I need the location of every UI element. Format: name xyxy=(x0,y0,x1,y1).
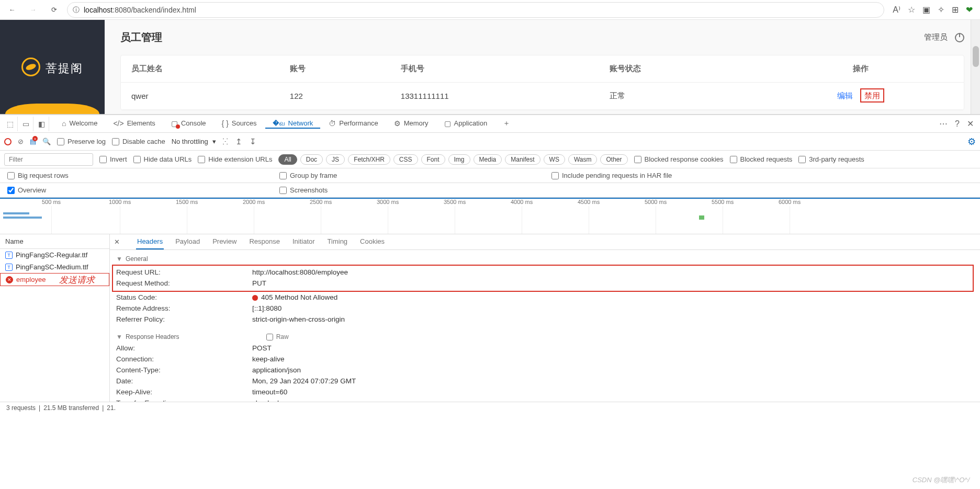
site-info-icon[interactable]: ⓘ xyxy=(73,5,80,15)
clear-icon[interactable]: ⊘ xyxy=(18,138,24,145)
third-party-checkbox[interactable]: 3rd-party requests xyxy=(798,155,864,163)
timeline-tick: 2000 ms xyxy=(243,199,265,205)
invert-checkbox[interactable]: Invert xyxy=(99,155,127,163)
inspect-icon[interactable]: ⬚ xyxy=(3,117,18,131)
detail-tab-timing[interactable]: Timing xyxy=(326,234,349,249)
screenshots-checkbox[interactable]: Screenshots xyxy=(279,186,551,194)
tab-elements[interactable]: </>Elements xyxy=(106,119,162,129)
network-conditions-icon[interactable]: ⵘ xyxy=(222,137,228,146)
tab-application[interactable]: ▢Application xyxy=(437,119,495,129)
browser-toolbar: ← → ⟳ ⓘ localhost:8080/backend/index.htm… xyxy=(0,0,980,20)
detail-tab-response[interactable]: Response xyxy=(248,234,281,249)
device-toggle-icon[interactable]: ▭ xyxy=(19,117,33,131)
tab-sources[interactable]: { }Sources xyxy=(215,119,264,129)
tab-console[interactable]: ▢Console xyxy=(164,119,213,129)
status-dot-icon xyxy=(252,295,258,301)
filter-all[interactable]: All xyxy=(278,154,297,165)
filter-toggle-icon[interactable]: ▤× xyxy=(30,138,36,145)
filter-wasm[interactable]: Wasm xyxy=(568,154,598,165)
app-area: 菩提阁 员工管理 管理员 员工姓名 账号 手机号 账号状态 操作 xyxy=(0,20,980,114)
filter-media[interactable]: Media xyxy=(474,154,502,165)
col-name: 员工姓名 xyxy=(121,55,279,83)
big-rows-checkbox[interactable]: Big request rows xyxy=(7,172,279,179)
logout-icon[interactable] xyxy=(955,33,964,42)
search-icon[interactable]: 🔍 xyxy=(42,138,51,145)
network-settings-icon[interactable]: ⚙ xyxy=(967,136,976,147)
dock-icon[interactable]: ◧ xyxy=(35,117,49,131)
blocked-cookies-checkbox[interactable]: Blocked response cookies xyxy=(634,155,724,163)
filter-manifest[interactable]: Manifest xyxy=(505,154,540,165)
highlight-box: Request URL:http://localhost:8080/employ… xyxy=(112,265,974,292)
filter-css[interactable]: CSS xyxy=(393,154,418,165)
filter-input[interactable] xyxy=(4,153,93,166)
network-status-bar: 3 requests | 21.5 MB transferred | 21. xyxy=(0,402,980,413)
preserve-log-checkbox[interactable]: Preserve log xyxy=(57,138,106,145)
col-account: 账号 xyxy=(279,55,390,83)
overview-checkbox[interactable]: Overview xyxy=(7,186,279,194)
cell-account: 122 xyxy=(279,83,390,110)
throttling-select[interactable]: No throttling▾ xyxy=(172,138,216,145)
more-icon[interactable]: ⋯ xyxy=(939,119,948,129)
filter-img[interactable]: Img xyxy=(448,154,470,165)
filter-ws[interactable]: WS xyxy=(544,154,565,165)
annotation-text: 发送请求 xyxy=(59,274,95,286)
request-detail: ✕ Headers Payload Preview Response Initi… xyxy=(110,234,980,402)
detail-tab-payload[interactable]: Payload xyxy=(174,234,201,249)
tab-performance[interactable]: ⏱Performance xyxy=(321,119,385,129)
read-aloud-icon[interactable]: A⁾ xyxy=(893,5,900,15)
request-list-header: Name xyxy=(0,234,109,249)
record-button[interactable] xyxy=(4,138,12,145)
hide-ext-urls-checkbox[interactable]: Hide extension URLs xyxy=(198,155,272,163)
cell-name: qwer xyxy=(121,83,279,110)
timeline-tick: 3500 ms xyxy=(444,199,466,205)
app-scrollbar[interactable] xyxy=(971,20,980,114)
address-bar[interactable]: ⓘ localhost:8080/backend/index.html xyxy=(67,2,884,18)
help-icon[interactable]: ? xyxy=(955,119,960,129)
close-detail-icon[interactable]: ✕ xyxy=(114,238,126,246)
tab-memory[interactable]: ⚙Memory xyxy=(387,119,436,129)
current-user-label: 管理员 xyxy=(924,32,948,42)
request-item[interactable]: TPingFangSC-Medium.ttf xyxy=(0,261,109,273)
col-ops: 操作 xyxy=(758,55,964,83)
include-har-checkbox[interactable]: Include pending requests in HAR file xyxy=(551,172,824,179)
edit-button[interactable]: 编辑 xyxy=(837,91,853,100)
hide-data-urls-checkbox[interactable]: Hide data URLs xyxy=(133,155,192,163)
table-row: qwer 122 13311111111 正常 编辑 禁用 xyxy=(121,83,964,110)
favorite-icon[interactable]: ☆ xyxy=(908,5,915,15)
detail-tab-headers[interactable]: Headers xyxy=(136,234,164,249)
raw-checkbox[interactable]: Raw xyxy=(266,333,289,340)
timeline-tick: 4000 ms xyxy=(511,199,533,205)
network-timeline[interactable]: 500 ms1000 ms1500 ms2000 ms2500 ms3000 m… xyxy=(0,198,980,234)
filter-other[interactable]: Other xyxy=(600,154,627,165)
group-frame-checkbox[interactable]: Group by frame xyxy=(279,172,551,179)
reload-button[interactable]: ⟳ xyxy=(46,2,62,18)
disable-button[interactable]: 禁用 xyxy=(860,88,884,103)
section-response-headers[interactable]: ▼Response Headers Raw xyxy=(116,331,974,343)
back-button[interactable]: ← xyxy=(4,2,20,18)
browser-right-icons: A⁾ ☆ ▣ ✧ ⊞ ❤ xyxy=(889,5,976,15)
filter-fetch[interactable]: Fetch/XHR xyxy=(348,154,390,165)
tab-network[interactable]: �வNetwork xyxy=(265,119,321,129)
request-item-error[interactable]: ✕employee发送请求 xyxy=(0,273,109,286)
extensions-icon[interactable]: ⊞ xyxy=(952,5,959,15)
export-har-icon[interactable]: ↧ xyxy=(250,137,256,146)
filter-doc[interactable]: Doc xyxy=(300,154,323,165)
filter-font[interactable]: Font xyxy=(421,154,445,165)
collections-icon[interactable]: ✧ xyxy=(938,5,944,15)
url-text: localhost:8080/backend/index.html xyxy=(84,6,196,14)
close-devtools-icon[interactable]: ✕ xyxy=(967,119,974,129)
section-general[interactable]: ▼General xyxy=(116,253,974,265)
filter-js[interactable]: JS xyxy=(326,154,345,165)
detail-tab-preview[interactable]: Preview xyxy=(211,234,238,249)
request-item[interactable]: TPingFangSC-Regular.ttf xyxy=(0,249,109,261)
detail-tab-initiator[interactable]: Initiator xyxy=(291,234,316,249)
timeline-tick: 3000 ms xyxy=(377,199,399,205)
blocked-requests-checkbox[interactable]: Blocked requests xyxy=(730,155,793,163)
detail-tab-cookies[interactable]: Cookies xyxy=(359,234,386,249)
split-screen-icon[interactable]: ▣ xyxy=(922,5,930,15)
disable-cache-checkbox[interactable]: Disable cache xyxy=(112,138,165,145)
wellness-icon[interactable]: ❤ xyxy=(966,5,973,15)
tab-add[interactable]: ＋ xyxy=(495,119,517,129)
import-har-icon[interactable]: ↥ xyxy=(235,137,242,146)
tab-welcome[interactable]: ⌂Welcome xyxy=(54,119,105,129)
